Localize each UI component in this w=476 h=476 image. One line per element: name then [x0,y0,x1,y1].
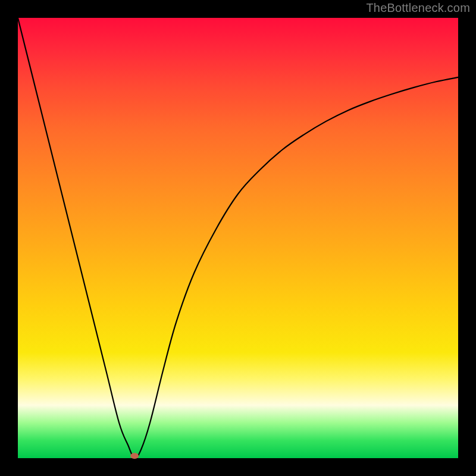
bottleneck-curve [18,18,458,458]
chart-frame: TheBottleneck.com [0,0,476,476]
curve-layer [18,18,458,458]
watermark-text: TheBottleneck.com [366,1,470,15]
plot-area [18,18,458,458]
minimum-marker [130,453,139,459]
